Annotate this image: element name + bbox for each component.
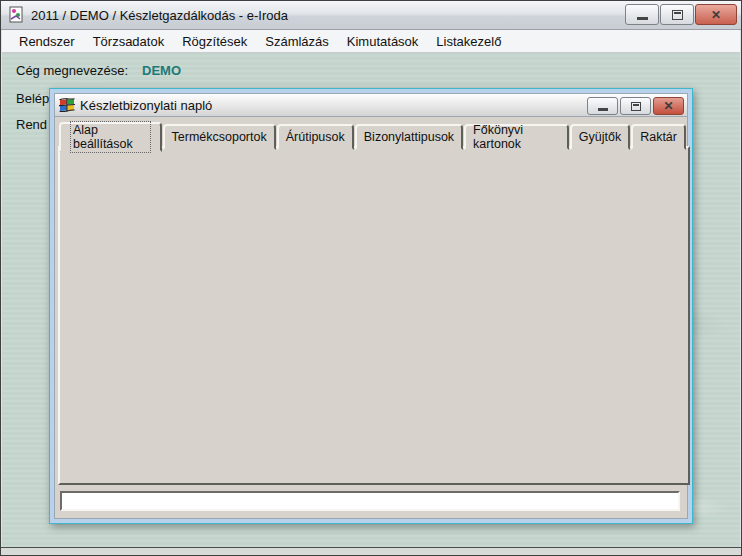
tab-raktar[interactable]: Raktár [631,124,686,150]
status-bar [60,491,680,511]
dialog-close-button[interactable]: ✕ [653,97,684,115]
dialog-titlebar[interactable]: Készletbizonylati napló ✕ [54,93,688,117]
menu-listakezelo[interactable]: Listakezelő [427,32,510,51]
tab-gyujtok[interactable]: Gyüjtők [570,124,630,150]
tab-alap-beallitasok[interactable]: Alap beállítások [59,122,162,152]
window-title: 2011 / DEMO / Készletgazdálkodás - e-Iro… [31,8,288,23]
app-icon [7,6,25,24]
main-titlebar[interactable]: 2011 / DEMO / Készletgazdálkodás - e-Iro… [1,1,741,30]
menu-rendszer[interactable]: Rendszer [10,32,84,51]
maximize-icon [672,10,683,20]
menu-szamlazas[interactable]: Számlázás [256,32,338,51]
tab-arutipusok[interactable]: Árútipusok [277,124,354,150]
dialog-minimize-button[interactable] [587,97,618,115]
dialog-maximize-button[interactable] [620,97,651,115]
menu-torzsadatok[interactable]: Törzsadatok [84,32,174,51]
dialog-controls: ✕ [587,97,684,115]
maximize-button[interactable] [660,4,694,25]
dialog-client: Alap beállítások Termékcsoportok Árútipu… [54,116,688,519]
dialog-keszletbizonylati-naplo: Készletbizonylati napló ✕ Alap beállítás… [49,88,693,524]
company-label: Cég megnevezése: [16,63,128,78]
windows-logo-icon [59,98,75,113]
company-value: DEMO [142,63,181,78]
tab-strip: Alap beállítások Termékcsoportok Árútipu… [59,122,687,150]
close-icon: ✕ [711,9,721,21]
dialog-close-icon: ✕ [663,100,673,112]
screen: 2011 / DEMO / Készletgazdálkodás - e-Iro… [0,0,742,556]
company-row: Cég megnevezése:DEMO [16,63,181,78]
window-controls: ✕ [625,4,737,25]
window-bottom-strip [1,547,741,555]
partial-label-rend: Rend [16,117,47,132]
partial-label-belep: Belép [16,91,49,106]
dialog-minimize-icon [598,108,608,111]
tab-termekcsoportok[interactable]: Termékcsoportok [163,124,276,150]
tab-bizonylattipusok[interactable]: Bizonylattipusok [355,124,463,150]
close-button[interactable]: ✕ [695,4,737,25]
minimize-icon [637,17,648,20]
menu-rogzitesek[interactable]: Rögzítések [173,32,256,51]
menu-kimutatasok[interactable]: Kimutatások [338,32,428,51]
main-client-area: Cég megnevezése:DEMO Belép Rend [2,53,740,547]
dialog-maximize-icon [631,102,641,111]
dialog-title: Készletbizonylati napló [80,98,212,113]
menu-bar: Rendszer Törzsadatok Rögzítések Számlázá… [2,30,740,53]
tab-fokonyvi-kartonok[interactable]: Főkönyvi kartonok [464,124,569,150]
tab-panel [58,146,690,485]
minimize-button[interactable] [625,4,659,25]
main-window: 2011 / DEMO / Készletgazdálkodás - e-Iro… [0,0,742,556]
